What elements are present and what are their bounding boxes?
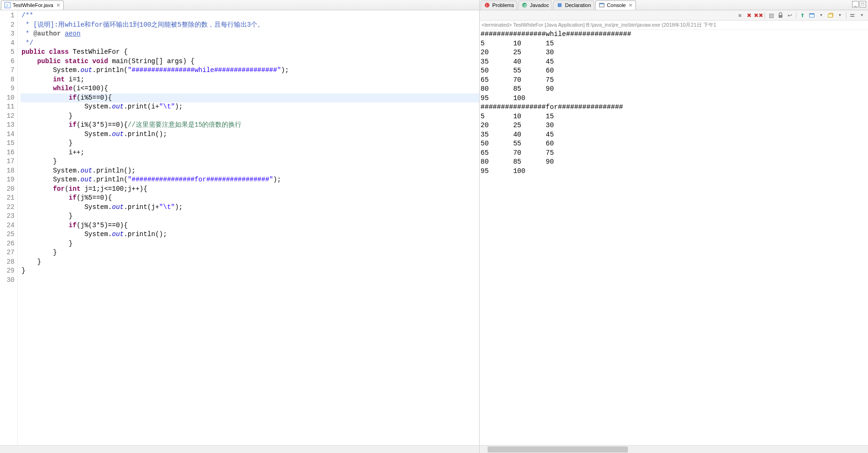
line-number: 26 xyxy=(1,239,15,249)
code-line[interactable]: i++; xyxy=(21,148,479,158)
code-line[interactable]: */ xyxy=(21,39,479,48)
svg-rect-13 xyxy=(850,14,854,15)
clear-console-button[interactable]: ▤ xyxy=(767,11,775,20)
line-number: 15 xyxy=(1,139,15,148)
code-line[interactable]: System.out.print(j+"\t"); xyxy=(21,203,479,212)
code-line[interactable]: if(i%5==0){ xyxy=(21,93,479,103)
code-line[interactable]: if(j%5==0){ xyxy=(21,194,479,203)
code-line[interactable]: int i=1; xyxy=(21,75,479,85)
chevron-down-icon[interactable]: ▼ xyxy=(836,11,844,20)
code-line[interactable]: System.out.println(); xyxy=(21,166,479,176)
code-line[interactable]: * @author aeon xyxy=(21,29,479,39)
editor-tab-file[interactable]: J TestWhileFor.java ✕ xyxy=(1,0,64,10)
console-status: <terminated> TestWhileFor [Java Applicat… xyxy=(480,21,868,30)
svg-rect-12 xyxy=(828,14,832,17)
code-line[interactable]: System.out.println(); xyxy=(21,130,479,139)
minimize-icon[interactable]: _ xyxy=(852,1,859,7)
tab-declaration-label: Declaration xyxy=(565,2,591,8)
line-number: 3 xyxy=(1,29,15,39)
view-menu-button[interactable] xyxy=(848,11,857,20)
editor-body: 1234567891011121314151617181920212223242… xyxy=(0,10,479,445)
tab-javadoc[interactable]: @ Javadoc xyxy=(518,0,552,10)
svg-text:!: ! xyxy=(486,3,487,7)
code-line[interactable] xyxy=(21,276,479,285)
tab-declaration[interactable]: Declaration xyxy=(553,0,594,10)
line-number: 19 xyxy=(1,175,15,185)
maximize-icon[interactable]: □ xyxy=(860,1,866,7)
line-number: 22 xyxy=(1,203,15,212)
editor-tab-label: TestWhileFor.java xyxy=(13,2,53,8)
remove-all-button[interactable]: ✖✖ xyxy=(754,11,763,20)
code-line[interactable]: System.out.println("################for#… xyxy=(21,175,479,185)
close-icon[interactable]: ✕ xyxy=(56,2,60,8)
line-number: 29 xyxy=(1,266,15,276)
right-panel: ! Problems @ Javadoc Declaration xyxy=(480,0,868,453)
javadoc-icon: @ xyxy=(521,2,528,8)
svg-rect-9 xyxy=(779,15,782,18)
terminate-button[interactable]: ■ xyxy=(736,11,744,20)
code-line[interactable]: public static void main(String[] args) { xyxy=(21,57,479,66)
line-number: 7 xyxy=(1,66,15,75)
code-line[interactable]: * [说明]:用while和for循环输出1到100之间能被5整除的数，且每行输… xyxy=(21,21,479,30)
code-line[interactable]: } xyxy=(21,112,479,121)
separator-icon xyxy=(796,12,796,19)
line-number: 21 xyxy=(1,194,15,203)
code-line[interactable]: } xyxy=(21,212,479,221)
code-line[interactable]: } xyxy=(21,266,479,276)
code-line[interactable]: System.out.println(); xyxy=(21,230,479,239)
word-wrap-button[interactable]: ↩ xyxy=(786,11,794,20)
pin-console-button[interactable] xyxy=(798,11,807,20)
tab-problems[interactable]: ! Problems xyxy=(481,0,517,10)
console-output[interactable]: ################while################ 5 … xyxy=(480,30,868,445)
display-selected-button[interactable] xyxy=(808,11,816,20)
line-number: 8 xyxy=(1,75,15,85)
line-number: 27 xyxy=(1,248,15,258)
tab-javadoc-label: Javadoc xyxy=(530,2,549,8)
line-number: 18 xyxy=(1,166,15,176)
code-line[interactable]: } xyxy=(21,139,479,148)
svg-rect-14 xyxy=(850,16,854,17)
svg-text:J: J xyxy=(6,3,8,8)
svg-rect-8 xyxy=(599,3,604,4)
separator-icon xyxy=(765,12,765,19)
line-number: 30 xyxy=(1,276,15,285)
remove-launch-button[interactable]: ✖ xyxy=(745,11,753,20)
scroll-lock-button[interactable] xyxy=(776,11,785,20)
chevron-down-icon[interactable]: ▼ xyxy=(858,11,866,20)
chevron-down-icon[interactable]: ▼ xyxy=(817,11,825,20)
code-line[interactable]: } xyxy=(21,248,479,258)
close-icon[interactable]: ✕ xyxy=(628,2,633,8)
code-line[interactable]: } xyxy=(21,239,479,249)
problems-icon: ! xyxy=(484,2,490,8)
tab-console-label: Console xyxy=(607,2,626,8)
line-number: 2 xyxy=(1,21,15,30)
code-line[interactable]: if(j%(3*5)==0){ xyxy=(21,221,479,230)
line-number: 10 xyxy=(1,93,15,103)
line-number: 17 xyxy=(1,157,15,166)
code-line[interactable]: } xyxy=(21,258,479,267)
tab-console[interactable]: Console ✕ xyxy=(595,0,636,10)
editor-tab-bar: J TestWhileFor.java ✕ xyxy=(0,0,479,10)
line-number: 24 xyxy=(1,221,15,230)
code-line[interactable]: /** xyxy=(21,11,479,21)
code-line[interactable]: public class TestWhileFor { xyxy=(21,48,479,57)
line-number: 14 xyxy=(1,130,15,139)
console-h-scrollbar[interactable] xyxy=(480,445,868,453)
right-tab-bar: ! Problems @ Javadoc Declaration xyxy=(480,0,868,10)
line-number: 23 xyxy=(1,212,15,221)
svg-text:@: @ xyxy=(523,3,527,7)
code-line[interactable]: System.out.println("################whil… xyxy=(21,66,479,75)
open-console-button[interactable] xyxy=(826,11,835,20)
line-number: 6 xyxy=(1,57,15,66)
code-line[interactable]: } xyxy=(21,157,479,166)
code-line[interactable]: if(i%(3*5)==0){//这里需要注意如果是15的倍数的换行 xyxy=(21,121,479,130)
editor-h-scrollbar[interactable] xyxy=(0,445,479,453)
line-number: 20 xyxy=(1,185,15,194)
code-area[interactable]: /** * [说明]:用while和for循环输出1到100之间能被5整除的数，… xyxy=(18,10,479,445)
svg-rect-6 xyxy=(558,3,562,7)
ide-root: J TestWhileFor.java ✕ 123456789101112131… xyxy=(0,0,868,453)
code-line[interactable]: System.out.print(i+"\t"); xyxy=(21,102,479,112)
code-line[interactable]: while(i<=100){ xyxy=(21,84,479,93)
code-line[interactable]: for(int j=1;j<=100;j++){ xyxy=(21,185,479,194)
editor-panel: J TestWhileFor.java ✕ 123456789101112131… xyxy=(0,0,480,453)
